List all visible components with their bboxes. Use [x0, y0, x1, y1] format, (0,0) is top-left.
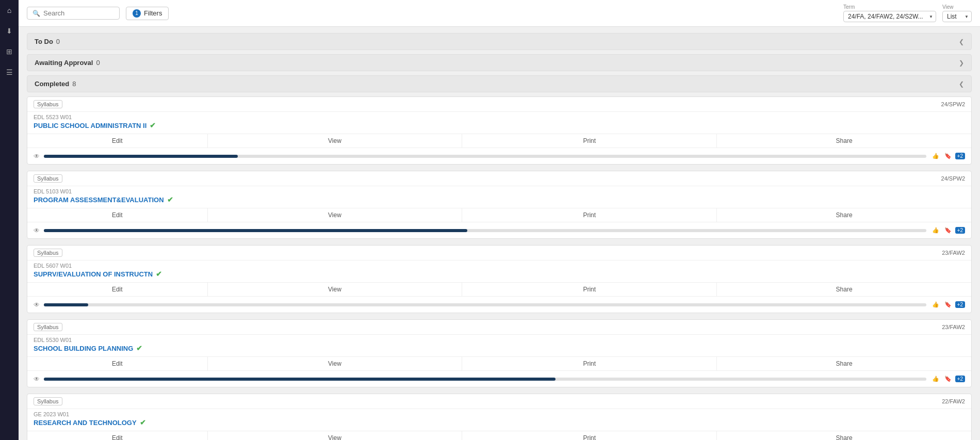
view-button[interactable]: View [208, 283, 463, 296]
bookmark-icon[interactable]: 🔖 [943, 375, 953, 383]
term-select[interactable]: 24/FA, 24/FAW2, 24/S2W... [843, 11, 936, 22]
awaiting-chevron-icon: ❯ [959, 59, 964, 67]
course-id: EDL 5103 W01 [34, 188, 965, 194]
card-header: Syllabus 23/FAW2 [27, 320, 971, 335]
card-actions: Edit View Print Share [27, 356, 971, 371]
thumbs-up-icon[interactable]: 👍 [930, 226, 941, 234]
completed-section: Completed 8 ❮ Syllabus 24/SPW2 EDL 5523 … [27, 75, 972, 440]
completed-section-title: Completed 8 [35, 80, 76, 88]
awaiting-section-header[interactable]: Awaiting Approval 0 ❯ [27, 54, 972, 71]
card-header: Syllabus 22/FAW2 [27, 394, 971, 409]
todo-count: 0 [56, 38, 60, 45]
view-select[interactable]: List Grid [942, 11, 972, 22]
print-button[interactable]: Print [462, 283, 717, 296]
edit-button[interactable]: Edit [27, 357, 208, 370]
progress-bar-fill [44, 303, 88, 306]
card-title-row: EDL 5103 W01 PROGRAM ASSESSMENT&EVALUATI… [27, 186, 971, 208]
term-badge: 24/SPW2 [941, 175, 965, 182]
sidebar-home-icon[interactable]: ⌂ [3, 4, 15, 17]
print-button[interactable]: Print [462, 357, 717, 370]
share-button[interactable]: Share [717, 431, 971, 440]
progress-bar-fill [44, 155, 238, 158]
view-button[interactable]: View [208, 208, 463, 222]
course-name: SUPRV/EVALUATION OF INSTRUCTN ✔ [34, 270, 965, 278]
term-dropdown-wrapper[interactable]: 24/FA, 24/FAW2, 24/S2W... [843, 11, 936, 22]
awaiting-section-title: Awaiting Approval 0 [35, 59, 100, 67]
share-button[interactable]: Share [717, 283, 971, 296]
view-button[interactable]: View [208, 431, 463, 440]
progress-bar-container [44, 155, 926, 158]
verified-icon: ✔ [136, 344, 142, 352]
thumbs-up-icon[interactable]: 👍 [930, 301, 941, 308]
thumbs-up-icon[interactable]: 👍 [930, 375, 941, 383]
print-button[interactable]: Print [462, 208, 717, 222]
view-button[interactable]: View [208, 134, 463, 148]
filters-label: Filters [144, 9, 162, 17]
eye-icon: 👁 [34, 376, 40, 383]
term-badge: 23/FAW2 [942, 250, 965, 256]
view-label: View [942, 4, 972, 10]
extra-count-badge[interactable]: +2 [955, 153, 965, 159]
verified-icon: ✔ [150, 121, 156, 129]
course-name: RESEARCH AND TECHNOLOGY ✔ [34, 418, 965, 427]
progress-bar-fill [44, 229, 467, 232]
edit-button[interactable]: Edit [27, 208, 208, 222]
search-input[interactable] [43, 9, 110, 17]
sidebar: ⌂ ⬇ ⊞ ☰ [0, 0, 19, 440]
edit-button[interactable]: Edit [27, 283, 208, 296]
view-button[interactable]: View [208, 357, 463, 370]
share-button[interactable]: Share [717, 208, 971, 222]
verified-icon: ✔ [156, 270, 162, 278]
card-progress: 👁 👍 🔖 +2 [27, 297, 971, 313]
content-area: To Do 0 ❮ Awaiting Approval 0 ❯ Complete… [19, 27, 980, 440]
print-button[interactable]: Print [462, 134, 717, 148]
thumbs-up-icon[interactable]: 👍 [930, 152, 941, 160]
course-card-1: Syllabus 24/SPW2 EDL 5523 W01 PUBLIC SCH… [27, 96, 972, 165]
progress-actions: 👍 🔖 +2 [930, 226, 965, 234]
filters-count: 1 [133, 9, 141, 18]
awaiting-label: Awaiting Approval [35, 59, 93, 67]
view-select-wrapper: View List Grid [942, 4, 972, 22]
todo-section-header[interactable]: To Do 0 ❮ [27, 33, 972, 50]
extra-count-badge[interactable]: +2 [955, 301, 965, 308]
todo-label: To Do [35, 38, 53, 45]
topbar-right: Term 24/FA, 24/FAW2, 24/S2W... View List… [843, 4, 972, 22]
sidebar-inbox-icon[interactable]: ⬇ [3, 25, 15, 37]
syllabus-badge: Syllabus [34, 397, 62, 405]
search-icon: 🔍 [32, 10, 40, 17]
course-card-5: Syllabus 22/FAW2 GE 2023 W01 RESEARCH AN… [27, 394, 972, 440]
search-box[interactable]: 🔍 [27, 7, 120, 20]
todo-section-title: To Do 0 [35, 38, 60, 45]
bookmark-icon[interactable]: 🔖 [943, 301, 953, 308]
print-button[interactable]: Print [462, 431, 717, 440]
completed-section-header[interactable]: Completed 8 ❮ [27, 75, 972, 92]
course-id: EDL 5530 W01 [34, 337, 965, 343]
bookmark-icon[interactable]: 🔖 [943, 152, 953, 160]
extra-count-badge[interactable]: +2 [955, 227, 965, 234]
progress-bar-container [44, 303, 926, 306]
topbar: 🔍 1 Filters Term 24/FA, 24/FAW2, 24/S2W.… [19, 0, 980, 27]
syllabus-badge: Syllabus [34, 100, 62, 108]
todo-chevron-icon: ❮ [959, 38, 964, 45]
course-id: EDL 5607 W01 [34, 263, 965, 269]
eye-icon: 👁 [34, 153, 40, 160]
sidebar-docs-icon[interactable]: ☰ [3, 66, 15, 78]
card-title-row: GE 2023 W01 RESEARCH AND TECHNOLOGY ✔ [27, 409, 971, 431]
progress-actions: 👍 🔖 +2 [930, 152, 965, 160]
edit-button[interactable]: Edit [27, 134, 208, 148]
edit-button[interactable]: Edit [27, 431, 208, 440]
view-dropdown-wrapper[interactable]: List Grid [942, 11, 972, 22]
share-button[interactable]: Share [717, 357, 971, 370]
progress-actions: 👍 🔖 +2 [930, 375, 965, 383]
filters-button[interactable]: 1 Filters [126, 7, 169, 20]
course-cards-container: Syllabus 24/SPW2 EDL 5523 W01 PUBLIC SCH… [27, 96, 972, 440]
card-progress: 👁 👍 🔖 +2 [27, 371, 971, 387]
extra-count-badge[interactable]: +2 [955, 376, 965, 382]
term-label: Term [843, 4, 936, 10]
sidebar-grid-icon[interactable]: ⊞ [3, 45, 15, 58]
bookmark-icon[interactable]: 🔖 [943, 226, 953, 234]
share-button[interactable]: Share [717, 134, 971, 148]
course-id: EDL 5523 W01 [34, 114, 965, 120]
term-select-wrapper: Term 24/FA, 24/FAW2, 24/S2W... [843, 4, 936, 22]
course-id: GE 2023 W01 [34, 411, 965, 417]
